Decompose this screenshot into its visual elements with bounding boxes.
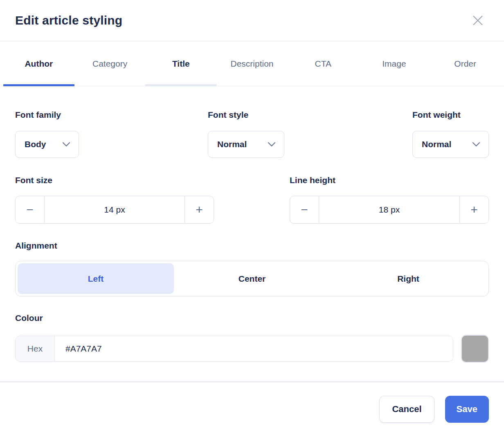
font-size-increment-button[interactable]: + <box>184 196 214 223</box>
save-button[interactable]: Save <box>445 396 489 423</box>
dialog-header: Edit article styling <box>0 0 504 41</box>
font-size-field: Font size − 14 px + <box>15 175 290 224</box>
hex-input-group: Hex <box>15 336 453 362</box>
font-style-label: Font style <box>208 110 412 120</box>
font-weight-field: Font weight Normal <box>412 110 489 158</box>
tab-active-indicator <box>3 84 74 86</box>
plus-icon: + <box>196 204 203 216</box>
cancel-button[interactable]: Cancel <box>379 396 434 423</box>
font-size-decrement-button[interactable]: − <box>16 196 45 223</box>
colour-swatch[interactable] <box>461 335 489 363</box>
tab-order[interactable]: Order <box>430 41 501 86</box>
dialog-title: Edit article styling <box>15 13 122 27</box>
line-height-stepper: − 18 px + <box>290 196 489 224</box>
chevron-down-icon <box>268 142 276 147</box>
minus-icon: − <box>26 204 34 216</box>
tab-image-label: Image <box>382 59 406 69</box>
tab-category-label: Category <box>92 59 127 69</box>
size-options-row: Font size − 14 px + Line height − <box>15 175 489 224</box>
alignment-left-button[interactable]: Left <box>18 263 174 294</box>
close-button[interactable] <box>470 13 486 28</box>
tab-title[interactable]: Title <box>145 41 216 86</box>
tab-image[interactable]: Image <box>359 41 430 86</box>
alignment-label: Alignment <box>15 240 489 251</box>
font-family-value: Body <box>25 139 46 149</box>
hex-format-label: Hex <box>16 336 55 361</box>
tab-cta-label: CTA <box>315 59 331 69</box>
tab-author-label: Author <box>25 59 53 69</box>
chevron-down-icon <box>472 142 480 147</box>
font-style-select[interactable]: Normal <box>208 131 284 158</box>
font-weight-select[interactable]: Normal <box>412 131 489 158</box>
tab-order-label: Order <box>454 59 476 69</box>
close-icon <box>472 14 484 27</box>
plus-icon: + <box>470 204 478 216</box>
tab-category[interactable]: Category <box>74 41 146 86</box>
font-family-label: Font family <box>15 110 208 120</box>
font-options-row: Font family Body Font style Normal <box>15 110 489 158</box>
font-size-label: Font size <box>15 175 290 186</box>
dialog-content: Font family Body Font style Normal <box>0 110 504 363</box>
chevron-down-icon <box>62 142 70 147</box>
font-size-stepper: − 14 px + <box>15 196 214 224</box>
font-style-value: Normal <box>217 139 247 149</box>
font-style-field: Font style Normal <box>208 110 412 158</box>
edit-article-styling-dialog: Edit article styling Author Category Tit… <box>0 0 504 435</box>
line-height-increment-button[interactable]: + <box>459 196 488 223</box>
tab-bar: Author Category Title Description CTA Im… <box>0 41 504 86</box>
hex-colour-input[interactable] <box>55 336 453 361</box>
tab-description-label: Description <box>230 59 273 69</box>
line-height-label: Line height <box>290 175 489 186</box>
tab-title-label: Title <box>172 59 190 69</box>
font-weight-value: Normal <box>422 139 451 149</box>
alignment-segmented-control: Left Center Right <box>15 261 489 296</box>
minus-icon: − <box>301 204 308 216</box>
alignment-right-button[interactable]: Right <box>330 263 486 294</box>
font-family-field: Font family Body <box>15 110 208 158</box>
tab-cta[interactable]: CTA <box>288 41 359 86</box>
dialog-footer: Cancel Save <box>0 381 504 435</box>
font-size-value[interactable]: 14 px <box>45 196 184 223</box>
line-height-value[interactable]: 18 px <box>319 196 459 223</box>
alignment-center-button[interactable]: Center <box>174 263 330 294</box>
tab-title-indicator <box>145 84 216 86</box>
tab-author[interactable]: Author <box>3 41 74 86</box>
font-family-select[interactable]: Body <box>15 131 79 158</box>
footer-actions: Cancel Save <box>0 382 504 435</box>
line-height-field: Line height − 18 px + <box>290 175 489 224</box>
colour-label: Colour <box>15 313 489 323</box>
tab-description[interactable]: Description <box>216 41 288 86</box>
alignment-field: Alignment Left Center Right <box>15 240 489 296</box>
font-weight-label: Font weight <box>412 110 489 120</box>
line-height-decrement-button[interactable]: − <box>290 196 319 223</box>
colour-row: Hex <box>15 335 489 363</box>
colour-field: Colour Hex <box>15 313 489 363</box>
